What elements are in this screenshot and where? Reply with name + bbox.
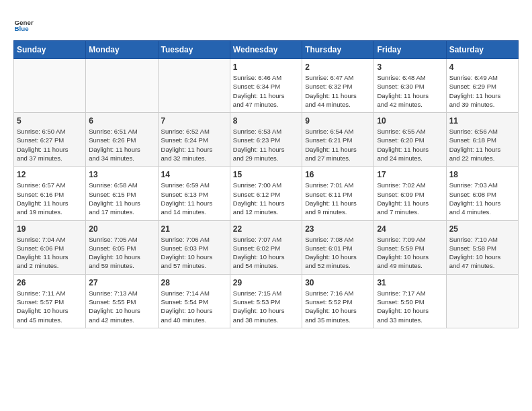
calendar-cell: 24Sunrise: 7:09 AM Sunset: 5:59 PM Dayli… — [374, 220, 446, 274]
day-number: 9 — [305, 116, 371, 126]
day-info: Sunrise: 6:46 AM Sunset: 6:34 PM Dayligh… — [233, 73, 299, 109]
day-info: Sunrise: 6:59 AM Sunset: 6:13 PM Dayligh… — [161, 181, 227, 216]
day-number: 16 — [305, 170, 371, 179]
calendar-cell: 26Sunrise: 7:11 AM Sunset: 5:57 PM Dayli… — [14, 274, 86, 328]
calendar-body: 1Sunrise: 6:46 AM Sunset: 6:34 PM Daylig… — [14, 59, 519, 328]
calendar-week-5: 26Sunrise: 7:11 AM Sunset: 5:57 PM Dayli… — [14, 274, 519, 328]
day-info: Sunrise: 7:07 AM Sunset: 6:02 PM Dayligh… — [233, 235, 299, 271]
calendar-cell: 20Sunrise: 7:05 AM Sunset: 6:05 PM Dayli… — [86, 220, 158, 274]
day-info: Sunrise: 7:09 AM Sunset: 5:59 PM Dayligh… — [377, 235, 443, 271]
calendar-cell: 3Sunrise: 6:48 AM Sunset: 6:30 PM Daylig… — [374, 59, 446, 113]
day-info: Sunrise: 7:00 AM Sunset: 6:12 PM Dayligh… — [233, 181, 299, 216]
day-number: 15 — [233, 170, 299, 179]
day-info: Sunrise: 6:52 AM Sunset: 6:24 PM Dayligh… — [161, 127, 227, 163]
day-info: Sunrise: 6:49 AM Sunset: 6:29 PM Dayligh… — [449, 73, 515, 109]
day-info: Sunrise: 7:08 AM Sunset: 6:01 PM Dayligh… — [305, 235, 371, 271]
page-header: General Blue — [13, 13, 519, 34]
calendar-cell: 28Sunrise: 7:14 AM Sunset: 5:54 PM Dayli… — [158, 274, 230, 328]
calendar-cell: 4Sunrise: 6:49 AM Sunset: 6:29 PM Daylig… — [446, 59, 518, 113]
calendar-cell: 17Sunrise: 7:02 AM Sunset: 6:09 PM Dayli… — [374, 167, 446, 220]
day-info: Sunrise: 6:58 AM Sunset: 6:15 PM Dayligh… — [89, 181, 154, 216]
logo-icon: General Blue — [13, 13, 34, 34]
day-info: Sunrise: 7:16 AM Sunset: 5:52 PM Dayligh… — [305, 289, 371, 324]
day-number: 29 — [233, 278, 299, 287]
calendar-cell: 19Sunrise: 7:04 AM Sunset: 6:06 PM Dayli… — [14, 220, 86, 274]
calendar-cell: 18Sunrise: 7:03 AM Sunset: 6:08 PM Dayli… — [446, 167, 518, 220]
calendar-cell: 31Sunrise: 7:17 AM Sunset: 5:50 PM Dayli… — [374, 274, 446, 328]
day-info: Sunrise: 7:10 AM Sunset: 5:58 PM Dayligh… — [449, 235, 515, 271]
svg-text:Blue: Blue — [15, 25, 30, 32]
day-number: 31 — [377, 278, 443, 287]
day-number: 19 — [17, 224, 83, 234]
calendar-cell — [158, 59, 230, 113]
day-number: 1 — [233, 62, 299, 72]
day-info: Sunrise: 6:50 AM Sunset: 6:27 PM Dayligh… — [17, 127, 83, 163]
day-number: 11 — [449, 116, 515, 126]
calendar-cell: 8Sunrise: 6:53 AM Sunset: 6:23 PM Daylig… — [230, 113, 302, 167]
calendar-cell — [14, 59, 86, 113]
weekday-header-wednesday: Wednesday — [230, 41, 302, 59]
calendar-cell — [86, 59, 158, 113]
logo: General Blue — [13, 13, 34, 34]
calendar-cell: 5Sunrise: 6:50 AM Sunset: 6:27 PM Daylig… — [14, 113, 86, 167]
day-number: 18 — [449, 170, 515, 179]
day-number: 21 — [161, 224, 227, 234]
day-info: Sunrise: 6:55 AM Sunset: 6:20 PM Dayligh… — [377, 127, 443, 163]
calendar-cell: 16Sunrise: 7:01 AM Sunset: 6:11 PM Dayli… — [302, 167, 374, 220]
weekday-header-friday: Friday — [374, 41, 446, 59]
day-number: 26 — [17, 278, 83, 287]
calendar-cell: 10Sunrise: 6:55 AM Sunset: 6:20 PM Dayli… — [374, 113, 446, 167]
day-info: Sunrise: 6:57 AM Sunset: 6:16 PM Dayligh… — [17, 181, 83, 216]
day-number: 10 — [377, 116, 443, 126]
day-number: 17 — [377, 170, 443, 179]
day-info: Sunrise: 7:05 AM Sunset: 6:05 PM Dayligh… — [89, 235, 154, 271]
day-info: Sunrise: 6:54 AM Sunset: 6:21 PM Dayligh… — [305, 127, 371, 163]
calendar-week-1: 1Sunrise: 6:46 AM Sunset: 6:34 PM Daylig… — [14, 59, 519, 113]
day-number: 23 — [305, 224, 371, 234]
day-number: 13 — [89, 170, 154, 179]
weekday-header-sunday: Sunday — [14, 41, 86, 59]
day-number: 12 — [17, 170, 83, 179]
calendar-cell: 7Sunrise: 6:52 AM Sunset: 6:24 PM Daylig… — [158, 113, 230, 167]
calendar-cell: 6Sunrise: 6:51 AM Sunset: 6:26 PM Daylig… — [86, 113, 158, 167]
day-info: Sunrise: 7:15 AM Sunset: 5:53 PM Dayligh… — [233, 289, 299, 324]
day-number: 8 — [233, 116, 299, 126]
calendar-header: SundayMondayTuesdayWednesdayThursdayFrid… — [14, 41, 519, 59]
day-info: Sunrise: 6:53 AM Sunset: 6:23 PM Dayligh… — [233, 127, 299, 163]
calendar-cell: 23Sunrise: 7:08 AM Sunset: 6:01 PM Dayli… — [302, 220, 374, 274]
day-number: 25 — [449, 224, 515, 234]
calendar-week-3: 12Sunrise: 6:57 AM Sunset: 6:16 PM Dayli… — [14, 167, 519, 220]
calendar-week-2: 5Sunrise: 6:50 AM Sunset: 6:27 PM Daylig… — [14, 113, 519, 167]
calendar-cell: 12Sunrise: 6:57 AM Sunset: 6:16 PM Dayli… — [14, 167, 86, 220]
weekday-header-saturday: Saturday — [446, 41, 518, 59]
day-info: Sunrise: 6:56 AM Sunset: 6:18 PM Dayligh… — [449, 127, 515, 163]
day-info: Sunrise: 6:51 AM Sunset: 6:26 PM Dayligh… — [89, 127, 154, 163]
day-number: 14 — [161, 170, 227, 179]
weekday-header-monday: Monday — [86, 41, 158, 59]
day-info: Sunrise: 6:48 AM Sunset: 6:30 PM Dayligh… — [377, 73, 443, 109]
calendar-cell: 21Sunrise: 7:06 AM Sunset: 6:03 PM Dayli… — [158, 220, 230, 274]
day-number: 6 — [89, 116, 154, 126]
day-info: Sunrise: 7:01 AM Sunset: 6:11 PM Dayligh… — [305, 181, 371, 216]
day-info: Sunrise: 7:11 AM Sunset: 5:57 PM Dayligh… — [17, 289, 83, 324]
day-number: 30 — [305, 278, 371, 287]
day-info: Sunrise: 7:17 AM Sunset: 5:50 PM Dayligh… — [377, 289, 443, 324]
calendar-cell: 13Sunrise: 6:58 AM Sunset: 6:15 PM Dayli… — [86, 167, 158, 220]
calendar-cell: 29Sunrise: 7:15 AM Sunset: 5:53 PM Dayli… — [230, 274, 302, 328]
day-number: 5 — [17, 116, 83, 126]
calendar-cell: 30Sunrise: 7:16 AM Sunset: 5:52 PM Dayli… — [302, 274, 374, 328]
calendar-cell: 15Sunrise: 7:00 AM Sunset: 6:12 PM Dayli… — [230, 167, 302, 220]
calendar-cell: 27Sunrise: 7:13 AM Sunset: 5:55 PM Dayli… — [86, 274, 158, 328]
calendar-cell: 11Sunrise: 6:56 AM Sunset: 6:18 PM Dayli… — [446, 113, 518, 167]
calendar-cell: 14Sunrise: 6:59 AM Sunset: 6:13 PM Dayli… — [158, 167, 230, 220]
day-info: Sunrise: 7:02 AM Sunset: 6:09 PM Dayligh… — [377, 181, 443, 216]
weekday-header-tuesday: Tuesday — [158, 41, 230, 59]
calendar-cell — [446, 274, 518, 328]
day-info: Sunrise: 6:47 AM Sunset: 6:32 PM Dayligh… — [305, 73, 371, 109]
day-info: Sunrise: 7:13 AM Sunset: 5:55 PM Dayligh… — [89, 289, 154, 324]
weekday-header-thursday: Thursday — [302, 41, 374, 59]
calendar-cell: 9Sunrise: 6:54 AM Sunset: 6:21 PM Daylig… — [302, 113, 374, 167]
day-info: Sunrise: 7:04 AM Sunset: 6:06 PM Dayligh… — [17, 235, 83, 271]
calendar-cell: 25Sunrise: 7:10 AM Sunset: 5:58 PM Dayli… — [446, 220, 518, 274]
day-number: 3 — [377, 62, 443, 72]
